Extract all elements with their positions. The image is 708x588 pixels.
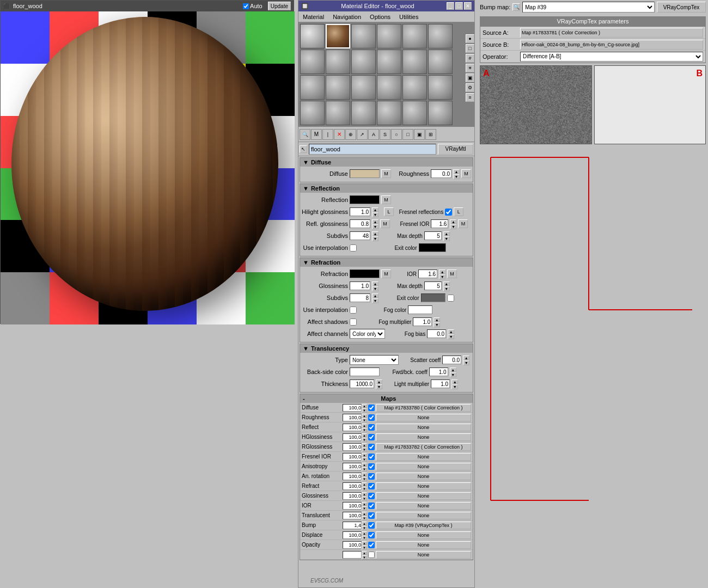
map-row-spinner[interactable]: ▲ ▼ — [362, 502, 367, 510]
map-row-val-input[interactable] — [343, 502, 362, 510]
roughness-spinner[interactable]: ▲▼ — [453, 169, 460, 178]
mat-thumb-2[interactable] — [326, 24, 350, 48]
fog-mult-input[interactable] — [413, 317, 432, 326]
fwdbck-spinner[interactable]: ▲▼ — [450, 367, 456, 376]
mat-thumb-19[interactable] — [300, 101, 325, 125]
refl-gloss-m-button[interactable]: M — [380, 219, 390, 228]
menu-options[interactable]: Options — [365, 13, 395, 21]
preview-btn-bg[interactable]: ▣ — [466, 74, 474, 82]
minimize-button[interactable]: _ — [447, 2, 454, 10]
map-row-spinner[interactable]: ▲ ▼ — [362, 433, 367, 441]
map-row-spinner[interactable]: ▲ ▼ — [362, 473, 367, 480]
toolbar-2side-btn[interactable]: ▣ — [414, 129, 425, 140]
preview-btn-sphere[interactable]: ● — [466, 34, 474, 43]
mat-thumb-16[interactable] — [377, 75, 401, 100]
mat-thumb-12[interactable] — [428, 50, 453, 74]
map-row-checkbox[interactable] — [368, 424, 375, 431]
map-row-link-button[interactable]: None — [376, 453, 471, 461]
mat-thumb-5[interactable] — [402, 24, 427, 48]
map-row-link-button[interactable]: None — [376, 502, 471, 510]
backside-color-swatch[interactable] — [350, 367, 380, 376]
map-row-val-input[interactable] — [343, 551, 362, 559]
menu-utilities[interactable]: Utilities — [395, 13, 423, 21]
map-row-val-input[interactable] — [343, 453, 362, 461]
toolbar-pipe-btn[interactable]: | — [322, 129, 333, 140]
refl-gloss-spinner[interactable]: ▲▼ — [372, 219, 379, 228]
mat-thumb-15[interactable] — [351, 75, 376, 100]
map-row-val-input[interactable] — [343, 473, 362, 480]
map-row-checkbox[interactable] — [368, 454, 375, 460]
toolbar-pick-btn[interactable]: 🔍 — [300, 129, 310, 140]
map-row-link-button[interactable]: None — [376, 531, 471, 539]
map-row-link-button[interactable]: None — [376, 424, 471, 431]
mat-thumb-23[interactable] — [402, 101, 427, 125]
map-row-spinner[interactable]: ▲ ▼ — [362, 522, 367, 529]
refl-gloss-input[interactable] — [350, 219, 370, 228]
cursor-icon[interactable]: ↖ — [300, 145, 307, 153]
diffuse-header[interactable]: ▼ Diffuse — [300, 158, 473, 167]
diffuse-map-button[interactable]: M — [381, 169, 391, 178]
toolbar-shader-btn[interactable]: ○ — [391, 129, 402, 140]
source-b-button[interactable]: Hfloor-oak_0024-08_bump_6m-by-6m_Cg-sour… — [520, 40, 703, 50]
map-row-checkbox[interactable] — [368, 434, 375, 440]
use-interp-checkbox[interactable] — [350, 244, 357, 252]
map-row-link-button[interactable]: Map #17833780 ( Color Correction ) — [376, 404, 471, 412]
map-row-val-input[interactable] — [343, 492, 362, 500]
mat-thumb-11[interactable] — [402, 50, 427, 74]
map-row-val-input[interactable] — [343, 424, 362, 431]
diffuse-color-swatch[interactable] — [350, 169, 380, 178]
subdivs-input[interactable] — [350, 231, 370, 240]
map-row-link-button[interactable]: None — [376, 473, 471, 480]
mat-thumb-4[interactable] — [377, 24, 401, 48]
map-row-checkbox[interactable] — [368, 532, 375, 538]
mat-thumb-22[interactable] — [377, 101, 401, 125]
preview-btn-options[interactable]: ⚙ — [466, 83, 474, 92]
map-row-link-button[interactable]: Map #39 (VRayCompTex ) — [376, 522, 471, 529]
reflect-color-swatch[interactable] — [350, 195, 380, 204]
fog-bias-input[interactable] — [427, 329, 446, 338]
map-row-val-input[interactable] — [343, 414, 362, 421]
mat-thumb-8[interactable] — [326, 50, 350, 74]
auto-checkbox[interactable] — [243, 3, 249, 9]
refract-max-depth-input[interactable] — [424, 281, 442, 290]
hilight-gloss-input[interactable] — [350, 207, 370, 216]
refract-gloss-spinner[interactable]: ▲▼ — [372, 281, 379, 290]
toolbar-assign-btn[interactable]: A — [368, 129, 379, 140]
map-row-checkbox[interactable] — [368, 522, 375, 529]
fog-color-swatch[interactable] — [408, 305, 432, 314]
map-row-link-button[interactable]: None — [376, 433, 471, 441]
toolbar-sel-btn[interactable]: S — [380, 129, 390, 140]
reflection-header[interactable]: ▼ Reflection — [300, 184, 473, 193]
mat-thumb-18[interactable] — [428, 75, 453, 100]
hilight-gloss-spinner[interactable]: ▲▼ — [372, 207, 379, 216]
toolbar-mat-btn[interactable]: M — [311, 129, 322, 140]
refract-max-depth-spinner[interactable]: ▲▼ — [443, 281, 450, 290]
map-row-link-button[interactable]: None — [376, 414, 471, 421]
map-row-val-input[interactable] — [343, 404, 362, 412]
refraction-header[interactable]: ▼ Refraction — [300, 258, 473, 267]
refract-color-swatch[interactable] — [350, 270, 380, 278]
mat-name-input[interactable] — [309, 144, 436, 155]
bump-map-type-button[interactable]: VRayCompTex — [657, 2, 706, 13]
maps-header[interactable]: - Maps — [300, 394, 473, 403]
light-mult-spinner[interactable]: ▲▼ — [451, 379, 458, 388]
ior-m-button[interactable]: M — [447, 270, 457, 278]
map-row-spinner[interactable]: ▲ ▼ — [362, 482, 367, 490]
bump-map-select[interactable]: Map #39 — [522, 2, 655, 13]
map-row-link-button[interactable]: None — [376, 463, 471, 470]
map-row-link-button[interactable]: None — [376, 492, 471, 500]
fresnel-ior-spinner[interactable]: ▲▼ — [450, 219, 456, 228]
map-row-val-input[interactable] — [343, 512, 362, 519]
ior-spinner[interactable]: ▲▼ — [439, 270, 445, 278]
close-button[interactable]: ✕ — [464, 2, 472, 10]
scatter-spinner[interactable]: ▲▼ — [463, 356, 469, 364]
map-row-val-input[interactable] — [343, 482, 362, 490]
map-row-val-input[interactable] — [343, 463, 362, 470]
affect-shadows-checkbox[interactable] — [350, 318, 357, 326]
map-row-checkbox[interactable] — [368, 542, 375, 548]
subdivs-spinner[interactable]: ▲▼ — [372, 231, 379, 240]
map-row-val-input[interactable] — [343, 531, 362, 539]
preview-btn-checker[interactable]: # — [466, 54, 474, 63]
mat-thumb-10[interactable] — [377, 50, 401, 74]
toolbar-nav-btn[interactable]: ↗ — [357, 129, 368, 140]
